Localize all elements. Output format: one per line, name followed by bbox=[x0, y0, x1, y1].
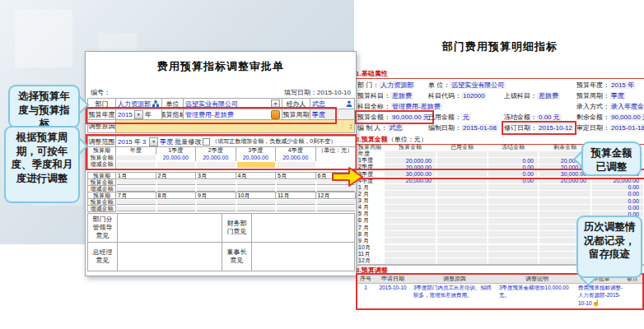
change-input-cell[interactable] bbox=[157, 206, 196, 211]
callout-adjust-period: 根据预算周期，可按年度、季度和月度进行调整 bbox=[4, 126, 80, 203]
change-input-cell[interactable] bbox=[157, 162, 196, 168]
change-row-label: 增减金额 bbox=[88, 161, 116, 169]
remain-amount-value: 90,000.00 元 bbox=[609, 114, 644, 121]
change-input-cell[interactable] bbox=[197, 162, 236, 168]
adjust-scope-label: 调整范围 bbox=[88, 137, 116, 147]
basic-line-2: 预算科目：差旅费 科目代码：102000 上级科目：差旅费 预算周期：季度 bbox=[356, 91, 644, 102]
annotation-red-box-revise-date: 修订日期：2015-10-12 bbox=[504, 123, 574, 132]
chairman-opinion-input[interactable] bbox=[252, 243, 355, 271]
yellow-arrow-icon bbox=[331, 166, 364, 188]
change-input-cell[interactable] bbox=[117, 162, 156, 168]
change-input-cell[interactable] bbox=[197, 206, 236, 211]
dept-leader-opinion-input[interactable] bbox=[118, 214, 222, 243]
doc-number-label: 编号： bbox=[91, 88, 110, 97]
change-input-cell[interactable] bbox=[277, 162, 315, 168]
change-input-cell[interactable] bbox=[277, 206, 315, 211]
basic-line-1: 部 门：人力资源部 单 位：远望实业有限公司 预算年度：2015 年 bbox=[356, 81, 644, 91]
parent-subject-value: 差旅费 bbox=[537, 92, 560, 100]
period-row-label: 预算期 bbox=[88, 147, 116, 155]
adjust-seq: 1 bbox=[357, 284, 374, 293]
month-table-2: 预算期 7月 8月 9月 10月 11月 12月 预算金额 增减金额 bbox=[87, 192, 355, 212]
budget-table-row: 3 月 0.00 bbox=[356, 197, 644, 204]
adjust-table-row: 1 2015-10-10 3季度部门内员工出差培训、招聘较多，需增加差旅费用。 … bbox=[357, 284, 642, 308]
finance-opinion-label: 财务部门意见 bbox=[222, 214, 252, 243]
adjust-scope-row: 调整范围 2015 年 3 ▼ 季度 批量修改 （填写正数增加金额，负数减少金额… bbox=[87, 136, 355, 147]
chevron-down-icon[interactable]: ▼ bbox=[149, 137, 158, 146]
subject-value: 差旅费 bbox=[390, 92, 413, 100]
fill-date: 填写日期：2015-10-10 bbox=[284, 88, 351, 97]
entry-mode-value: 录入年度金额均分 bbox=[609, 103, 644, 110]
form-meta-row: 编号： 填写日期：2015-10-10 bbox=[91, 88, 351, 97]
fullname-value: 管理费用-差旅费 bbox=[390, 103, 442, 110]
batch-modify-checkbox[interactable] bbox=[203, 138, 210, 146]
budget-row-label: 预算金额 bbox=[88, 155, 116, 162]
adjust-date: 2015-10-10 bbox=[374, 284, 412, 293]
adjust-reason: 3季度部门内员工出差培训、招聘较多，需增加差旅费用。 bbox=[412, 284, 497, 300]
budget-table-row: 4季度 20,000.00 0.00 20,000.00 20,000.00 bbox=[356, 178, 644, 184]
budget-table-row: 1 月 0.00 bbox=[356, 184, 644, 191]
person-icon bbox=[346, 100, 352, 107]
annotation-red-box-year-indicator bbox=[86, 107, 337, 124]
org-icon bbox=[152, 100, 159, 107]
approval-form-title: 费用预算指标调整审批单 bbox=[86, 59, 356, 74]
gm-opinion-label: 总经理意见 bbox=[88, 243, 118, 271]
callout-amount-adjusted: 预算金额已调整 bbox=[581, 141, 642, 176]
annotation-red-box-scope-table: 调整范围 2015 年 3 ▼ 季度 批量修改 （填写正数增加金额，负数减少金额… bbox=[86, 134, 357, 170]
dept-leader-opinion-label: 部门分管领导意见 bbox=[88, 214, 118, 243]
section-basic-header: 1.基础属性 bbox=[356, 69, 644, 79]
gm-opinion-input[interactable] bbox=[118, 243, 222, 271]
opinion-table: 部门分管领导意见 财务部门意见 总经理意见 董事长意见 bbox=[87, 213, 355, 271]
scope-note: （填写正数增加金额，负数减少金额，0则不变） bbox=[212, 137, 336, 146]
dept-value: 人力资源部 bbox=[379, 81, 415, 89]
annotation-red-box-budget-amount: 预算金额：90,000.00 元 bbox=[357, 113, 432, 122]
finance-opinion-input[interactable] bbox=[252, 214, 355, 243]
used-amount-value: 元 bbox=[461, 114, 471, 121]
approval-form-window: 费用预算指标调整审批单 编号： 填写日期：2015-10-10 部门 人力资源部… bbox=[85, 51, 357, 276]
month-table-1: 预算期 1月 2月 3月 4月 5月 6月 预算金额 增减金额 bbox=[87, 172, 355, 192]
detail-panel-title: 部门费用预算明细指标 bbox=[356, 39, 644, 54]
code-value: 102000 bbox=[461, 92, 487, 100]
basic-line-3: 科目全称：管理费用-差旅费 录入方式：录入年度金额均分 bbox=[356, 102, 644, 113]
create-date-value: 2015-01-08 bbox=[461, 124, 498, 132]
unit-note: （单位：元） bbox=[316, 147, 357, 155]
callout-history-recorded: 历次调整情况都记录，留存痕迹 bbox=[576, 215, 642, 278]
creator-value: 武忠 bbox=[387, 124, 404, 132]
slide-canvas: 费用预算指标调整审批单 编号： 填写日期：2015-10-10 部门 人力资源部… bbox=[0, 0, 644, 329]
adjust-scope-field: 2015 年 3 ▼ 季度 批量修改 （填写正数增加金额，负数减少金额，0则不变… bbox=[116, 137, 356, 147]
budget-amount-value: 90,000.00 元 bbox=[390, 114, 432, 121]
batch-modify-label: 批量修改 bbox=[175, 137, 201, 146]
quarter-budget-table: 预算期 年度 1季度 2季度 3季度 4季度 （单位：元） 预算金额 20,00… bbox=[87, 147, 355, 169]
chairman-opinion-label: 董事长意见 bbox=[222, 243, 252, 271]
change-input-cell[interactable] bbox=[237, 206, 276, 211]
audit-date-value: 2015-01-18 bbox=[609, 124, 644, 132]
unit-value: 远望实业有限公司 bbox=[450, 81, 506, 89]
callout-select-year: 选择预算年度与预算指标 bbox=[8, 85, 80, 128]
adjust-note: 3季度预算金额增加10,000.00元。 bbox=[497, 284, 576, 300]
annotation-red-box-adjust-table: 序号申请日期调整原因调整说明审批单备注 1 2015-10-10 3季度部门内员… bbox=[356, 273, 644, 310]
period-value: 季度 bbox=[609, 92, 626, 100]
revise-date-value: 2015-10-12 bbox=[537, 124, 574, 132]
basic-line-5: 编 制 人：武忠 编制日期：2015-01-08 修订日期：2015-10-12… bbox=[356, 123, 644, 134]
budget-table-row: 4 月 0.00 bbox=[356, 204, 644, 211]
change-input-cell-selected[interactable] bbox=[237, 162, 276, 168]
adjust-doc-link[interactable]: 费用预算指标调整-人力资源部-2015-10-10☝ bbox=[576, 284, 626, 308]
budget-table-row: 2 月 0.00 bbox=[356, 191, 644, 197]
adjust-remark bbox=[626, 284, 639, 285]
year-value: 2015 年 bbox=[609, 81, 636, 89]
change-input-cell[interactable] bbox=[117, 206, 156, 211]
hand-cursor-icon: ☝ bbox=[592, 299, 600, 307]
frozen-amount-value: 0.00 元 bbox=[537, 114, 562, 121]
spinner-icon[interactable]: ▲▼ bbox=[349, 123, 352, 130]
change-input-cell[interactable] bbox=[317, 206, 356, 211]
basic-line-4: 预算金额：90,000.00 元 已用金额：元 冻结金额：0.00 元 剩余金额… bbox=[356, 113, 644, 123]
